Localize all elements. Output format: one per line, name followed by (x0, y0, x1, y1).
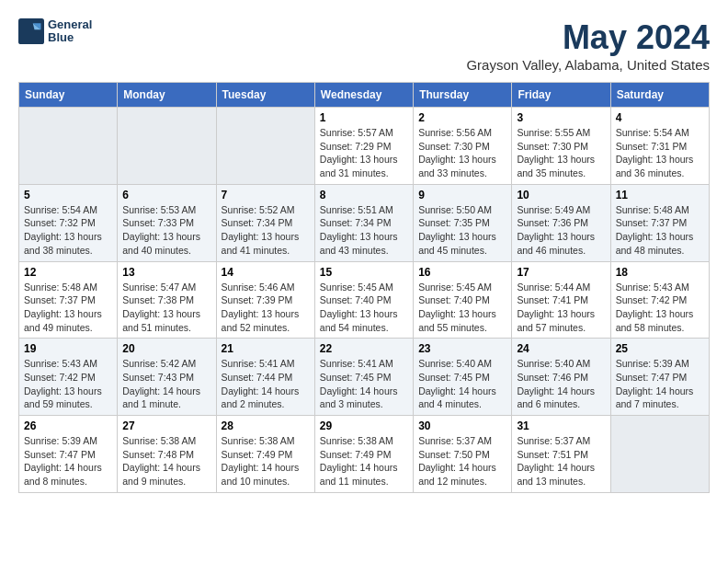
day-number: 26 (24, 419, 112, 432)
main-title: May 2024 (466, 18, 710, 57)
day-number: 5 (24, 189, 112, 201)
day-info: Sunrise: 5:45 AM Sunset: 7:40 PM Dayligh… (418, 281, 506, 335)
day-info: Sunrise: 5:56 AM Sunset: 7:30 PM Dayligh… (418, 126, 506, 180)
calendar-cell: 2Sunrise: 5:56 AM Sunset: 7:30 PM Daylig… (414, 108, 512, 185)
day-number: 12 (24, 266, 112, 279)
calendar-cell: 17Sunrise: 5:44 AM Sunset: 7:41 PM Dayli… (512, 261, 610, 339)
calendar-cell: 28Sunrise: 5:38 AM Sunset: 7:49 PM Dayli… (216, 416, 314, 493)
day-info: Sunrise: 5:53 AM Sunset: 7:33 PM Dayligh… (122, 203, 210, 258)
svg-rect-0 (18, 18, 44, 44)
day-number: 19 (24, 342, 112, 355)
calendar-cell: 1Sunrise: 5:57 AM Sunset: 7:29 PM Daylig… (314, 108, 413, 185)
calendar-cell: 18Sunrise: 5:43 AM Sunset: 7:42 PM Dayli… (610, 261, 709, 339)
day-info: Sunrise: 5:43 AM Sunset: 7:42 PM Dayligh… (24, 357, 112, 411)
day-info: Sunrise: 5:50 AM Sunset: 7:35 PM Dayligh… (418, 203, 506, 258)
header-cell-sunday: Sunday (19, 83, 118, 108)
calendar-cell: 10Sunrise: 5:49 AM Sunset: 7:36 PM Dayli… (512, 184, 610, 261)
day-info: Sunrise: 5:38 AM Sunset: 7:49 PM Dayligh… (222, 434, 310, 488)
day-number: 16 (418, 266, 506, 279)
header-cell-friday: Friday (512, 83, 610, 108)
day-number: 29 (320, 419, 408, 432)
header-cell-wednesday: Wednesday (314, 83, 413, 108)
header-cell-tuesday: Tuesday (216, 83, 314, 108)
calendar-cell (19, 108, 118, 185)
day-info: Sunrise: 5:45 AM Sunset: 7:40 PM Dayligh… (320, 281, 408, 335)
logo-text: General Blue (48, 18, 92, 45)
calendar-cell: 5Sunrise: 5:54 AM Sunset: 7:32 PM Daylig… (19, 184, 118, 261)
day-number: 18 (616, 266, 704, 279)
day-info: Sunrise: 5:37 AM Sunset: 7:51 PM Dayligh… (517, 434, 605, 488)
calendar-cell: 13Sunrise: 5:47 AM Sunset: 7:38 PM Dayli… (118, 261, 216, 339)
day-info: Sunrise: 5:44 AM Sunset: 7:41 PM Dayligh… (517, 281, 605, 335)
calendar-cell: 24Sunrise: 5:40 AM Sunset: 7:46 PM Dayli… (512, 339, 610, 416)
calendar-cell: 8Sunrise: 5:51 AM Sunset: 7:34 PM Daylig… (314, 184, 413, 261)
calendar-cell (216, 108, 314, 185)
week-row-4: 19Sunrise: 5:43 AM Sunset: 7:42 PM Dayli… (19, 339, 710, 416)
day-info: Sunrise: 5:39 AM Sunset: 7:47 PM Dayligh… (24, 434, 112, 488)
day-info: Sunrise: 5:54 AM Sunset: 7:31 PM Dayligh… (616, 126, 704, 180)
calendar-cell: 6Sunrise: 5:53 AM Sunset: 7:33 PM Daylig… (118, 184, 216, 261)
day-info: Sunrise: 5:39 AM Sunset: 7:47 PM Dayligh… (616, 357, 704, 411)
calendar-cell: 4Sunrise: 5:54 AM Sunset: 7:31 PM Daylig… (610, 108, 709, 185)
day-number: 30 (418, 419, 506, 432)
day-info: Sunrise: 5:48 AM Sunset: 7:37 PM Dayligh… (616, 203, 704, 258)
day-number: 25 (616, 342, 704, 355)
day-info: Sunrise: 5:38 AM Sunset: 7:48 PM Dayligh… (122, 434, 210, 488)
day-info: Sunrise: 5:57 AM Sunset: 7:29 PM Dayligh… (320, 126, 408, 180)
day-info: Sunrise: 5:38 AM Sunset: 7:49 PM Dayligh… (320, 434, 408, 488)
day-number: 4 (616, 111, 704, 124)
day-number: 31 (517, 419, 605, 432)
day-number: 13 (122, 266, 210, 279)
week-row-1: 1Sunrise: 5:57 AM Sunset: 7:29 PM Daylig… (19, 108, 710, 185)
day-info: Sunrise: 5:40 AM Sunset: 7:46 PM Dayligh… (517, 357, 605, 411)
day-info: Sunrise: 5:48 AM Sunset: 7:37 PM Dayligh… (24, 281, 112, 335)
day-info: Sunrise: 5:47 AM Sunset: 7:38 PM Dayligh… (122, 281, 210, 335)
calendar-cell: 25Sunrise: 5:39 AM Sunset: 7:47 PM Dayli… (610, 339, 709, 416)
week-row-3: 12Sunrise: 5:48 AM Sunset: 7:37 PM Dayli… (19, 261, 710, 339)
day-number: 6 (122, 189, 210, 201)
day-number: 7 (222, 189, 310, 201)
title-block: May 2024 Grayson Valley, Alabama, United… (466, 18, 710, 73)
calendar-cell: 3Sunrise: 5:55 AM Sunset: 7:30 PM Daylig… (512, 108, 610, 185)
day-info: Sunrise: 5:37 AM Sunset: 7:50 PM Dayligh… (418, 434, 506, 488)
logo-icon (18, 18, 44, 44)
header-cell-monday: Monday (118, 83, 216, 108)
day-info: Sunrise: 5:51 AM Sunset: 7:34 PM Dayligh… (320, 203, 408, 258)
week-row-2: 5Sunrise: 5:54 AM Sunset: 7:32 PM Daylig… (19, 184, 710, 261)
calendar-cell: 11Sunrise: 5:48 AM Sunset: 7:37 PM Dayli… (610, 184, 709, 261)
day-info: Sunrise: 5:40 AM Sunset: 7:45 PM Dayligh… (418, 357, 506, 411)
day-number: 8 (320, 189, 408, 201)
week-row-5: 26Sunrise: 5:39 AM Sunset: 7:47 PM Dayli… (19, 416, 710, 493)
day-number: 15 (320, 266, 408, 279)
calendar-cell: 9Sunrise: 5:50 AM Sunset: 7:35 PM Daylig… (414, 184, 512, 261)
calendar-cell: 15Sunrise: 5:45 AM Sunset: 7:40 PM Dayli… (314, 261, 413, 339)
day-number: 9 (418, 189, 506, 201)
day-info: Sunrise: 5:42 AM Sunset: 7:43 PM Dayligh… (122, 357, 210, 411)
subtitle: Grayson Valley, Alabama, United States (466, 57, 710, 73)
logo-line1: General (48, 18, 92, 31)
day-number: 10 (517, 189, 605, 201)
header-row: SundayMondayTuesdayWednesdayThursdayFrid… (19, 83, 710, 108)
day-info: Sunrise: 5:55 AM Sunset: 7:30 PM Dayligh… (517, 126, 605, 180)
calendar-cell: 19Sunrise: 5:43 AM Sunset: 7:42 PM Dayli… (19, 339, 118, 416)
calendar-cell: 21Sunrise: 5:41 AM Sunset: 7:44 PM Dayli… (216, 339, 314, 416)
calendar-cell: 23Sunrise: 5:40 AM Sunset: 7:45 PM Dayli… (414, 339, 512, 416)
day-info: Sunrise: 5:46 AM Sunset: 7:39 PM Dayligh… (222, 281, 310, 335)
header-cell-saturday: Saturday (610, 83, 709, 108)
day-info: Sunrise: 5:54 AM Sunset: 7:32 PM Dayligh… (24, 203, 112, 258)
day-number: 27 (122, 419, 210, 432)
calendar-cell (610, 416, 709, 493)
calendar-cell: 20Sunrise: 5:42 AM Sunset: 7:43 PM Dayli… (118, 339, 216, 416)
logo: General Blue (18, 18, 92, 45)
day-number: 20 (122, 342, 210, 355)
calendar-cell: 31Sunrise: 5:37 AM Sunset: 7:51 PM Dayli… (512, 416, 610, 493)
calendar-cell: 7Sunrise: 5:52 AM Sunset: 7:34 PM Daylig… (216, 184, 314, 261)
day-info: Sunrise: 5:41 AM Sunset: 7:44 PM Dayligh… (222, 357, 310, 411)
day-number: 3 (517, 111, 605, 124)
calendar-cell: 12Sunrise: 5:48 AM Sunset: 7:37 PM Dayli… (19, 261, 118, 339)
day-number: 22 (320, 342, 408, 355)
calendar-cell: 29Sunrise: 5:38 AM Sunset: 7:49 PM Dayli… (314, 416, 413, 493)
calendar-cell (118, 108, 216, 185)
calendar-cell: 26Sunrise: 5:39 AM Sunset: 7:47 PM Dayli… (19, 416, 118, 493)
calendar-cell: 16Sunrise: 5:45 AM Sunset: 7:40 PM Dayli… (414, 261, 512, 339)
